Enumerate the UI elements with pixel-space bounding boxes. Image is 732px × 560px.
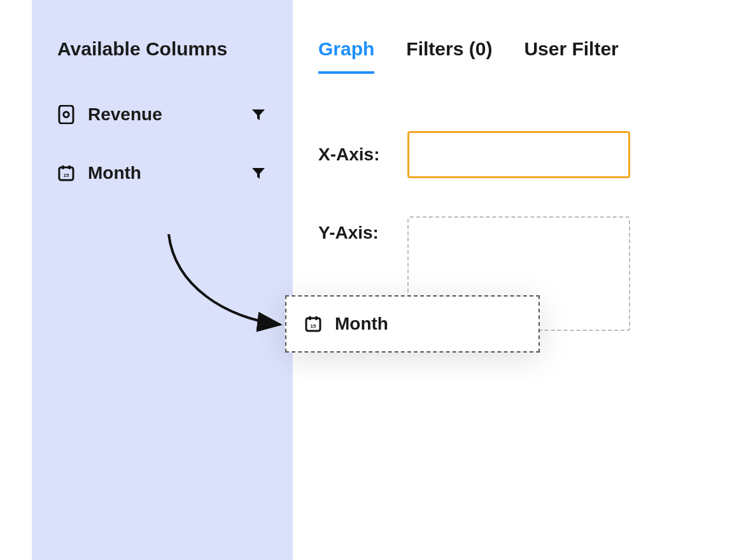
column-label: Revenue bbox=[88, 104, 162, 125]
y-axis-label: Y-Axis: bbox=[318, 216, 388, 243]
column-item-revenue[interactable]: Revenue bbox=[57, 104, 267, 125]
filter-icon[interactable] bbox=[250, 164, 267, 182]
config-panel: Graph Filters (0) User Filter X-Axis: Y-… bbox=[293, 0, 707, 560]
calendar-icon: 15 bbox=[304, 315, 322, 333]
tab-graph[interactable]: Graph bbox=[318, 38, 374, 74]
tab-bar: Graph Filters (0) User Filter bbox=[318, 38, 687, 74]
drag-arrow-illustration bbox=[156, 229, 302, 337]
svg-text:15: 15 bbox=[64, 172, 69, 178]
x-axis-label: X-Axis: bbox=[318, 144, 388, 165]
column-item-month[interactable]: 15 Month bbox=[57, 163, 267, 183]
tab-user-filter[interactable]: User Filter bbox=[524, 38, 618, 74]
drag-preview-label: Month bbox=[335, 314, 388, 334]
x-axis-dropzone[interactable] bbox=[407, 131, 630, 178]
filter-icon[interactable] bbox=[250, 106, 267, 123]
drag-preview-month[interactable]: 15 Month bbox=[285, 295, 540, 353]
svg-text:15: 15 bbox=[311, 323, 316, 329]
svg-rect-0 bbox=[59, 106, 73, 123]
calendar-icon: 15 bbox=[57, 164, 75, 182]
x-axis-row: X-Axis: bbox=[318, 131, 687, 178]
svg-point-1 bbox=[64, 112, 69, 117]
column-label: Month bbox=[88, 163, 141, 183]
tab-filters[interactable]: Filters (0) bbox=[406, 38, 492, 74]
sidebar-title: Available Columns bbox=[57, 38, 267, 60]
money-icon bbox=[57, 106, 75, 123]
